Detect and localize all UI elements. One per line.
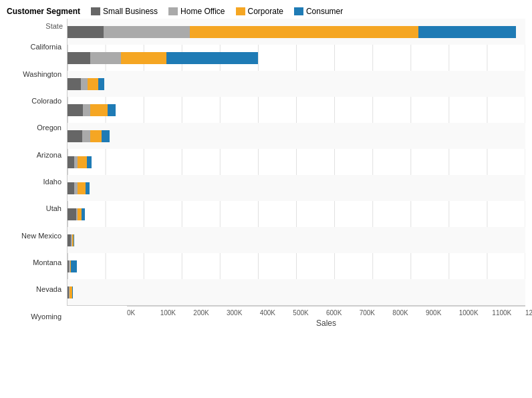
bar-corporate — [190, 26, 418, 38]
y-label: Idaho — [7, 168, 67, 195]
y-label: Wyoming — [7, 303, 67, 330]
bar-row — [68, 227, 525, 253]
bar-small_business — [68, 104, 83, 116]
plot-area — [67, 19, 525, 306]
legend-consumer-label: Consumer — [306, 7, 343, 16]
bar-stack — [68, 52, 258, 64]
bar-stack — [68, 260, 77, 272]
bar-stack — [68, 78, 104, 90]
legend-small-business-label: Small Business — [103, 7, 158, 16]
bars-container — [68, 19, 525, 305]
bar-stack — [68, 26, 516, 38]
bar-small_business — [68, 52, 90, 64]
x-axis-title: Sales — [127, 319, 525, 328]
bar-stack — [68, 130, 110, 142]
bar-small_business — [68, 182, 74, 194]
bar-corporate — [121, 52, 166, 64]
bar-consumer — [72, 286, 73, 298]
y-label: Montana — [7, 249, 67, 276]
bar-consumer — [87, 156, 92, 168]
bar-small_business — [68, 156, 74, 168]
y-label: Nevada — [7, 276, 67, 303]
y-label: Colorado — [7, 87, 67, 114]
bar-row — [68, 279, 525, 305]
y-label: Oregon — [7, 114, 67, 141]
y-axis-title: State — [7, 19, 67, 33]
y-label: Washington — [7, 60, 67, 87]
bar-small_business — [68, 130, 82, 142]
bar-row — [68, 71, 525, 97]
bar-consumer — [102, 130, 109, 142]
consumer-swatch — [294, 7, 303, 15]
bar-home_office — [83, 104, 90, 116]
corporate-swatch — [236, 7, 245, 15]
legend-home-office-label: Home Office — [180, 7, 225, 16]
y-labels: CaliforniaWashingtonColoradoOregonArizon… — [7, 33, 67, 330]
bar-corporate — [90, 104, 108, 116]
bar-corporate — [78, 182, 86, 194]
bar-consumer — [71, 260, 77, 272]
legend-small-business: Small Business — [91, 7, 158, 16]
bar-stack — [68, 182, 90, 194]
y-label: California — [7, 33, 67, 60]
bar-consumer — [418, 26, 516, 38]
bar-consumer — [74, 234, 74, 246]
bar-consumer — [86, 182, 90, 194]
bar-consumer — [82, 208, 85, 220]
y-label: New Mexico — [7, 222, 67, 249]
legend-corporate: Corporate — [236, 7, 283, 16]
bar-consumer — [166, 52, 258, 64]
bar-stack — [68, 234, 74, 246]
legend-title: Customer Segment — [7, 7, 80, 16]
bar-consumer — [98, 78, 104, 90]
legend-corporate-label: Corporate — [248, 7, 283, 16]
bar-small_business — [68, 26, 104, 38]
chart-container: Customer Segment Small Business Home Off… — [0, 0, 532, 398]
bar-stack — [68, 208, 85, 220]
x-axis: 0K100K200K300K400K500K600K700K800K900K10… — [127, 306, 525, 330]
y-label: Utah — [7, 195, 67, 222]
bar-row — [68, 175, 525, 201]
legend-consumer: Consumer — [294, 7, 343, 16]
bar-stack — [68, 156, 92, 168]
chart-legend: Customer Segment Small Business Home Off… — [7, 7, 525, 16]
bar-consumer — [108, 104, 116, 116]
legend-home-office: Home Office — [168, 7, 225, 16]
bar-home_office — [82, 130, 91, 142]
bar-home_office — [90, 52, 121, 64]
bar-home_office — [104, 26, 189, 38]
bar-corporate — [88, 78, 98, 90]
small-business-swatch — [91, 7, 100, 15]
bar-row — [68, 45, 525, 71]
bar-corporate — [90, 130, 102, 142]
bar-row — [68, 149, 525, 175]
bar-small_business — [68, 208, 76, 220]
bar-stack — [68, 104, 116, 116]
x-ticks: 0K100K200K300K400K500K600K700K800K900K10… — [127, 307, 525, 317]
home-office-swatch — [168, 7, 178, 15]
bar-row — [68, 123, 525, 149]
bar-row — [68, 19, 525, 45]
bar-small_business — [68, 78, 81, 90]
y-label: Arizona — [7, 141, 67, 168]
bar-home_office — [81, 78, 88, 90]
bar-row — [68, 97, 525, 123]
bar-corporate — [78, 156, 87, 168]
bar-stack — [68, 286, 73, 298]
bar-row — [68, 253, 525, 279]
bar-row — [68, 201, 525, 227]
y-axis: State CaliforniaWashingtonColoradoOregon… — [7, 19, 67, 330]
